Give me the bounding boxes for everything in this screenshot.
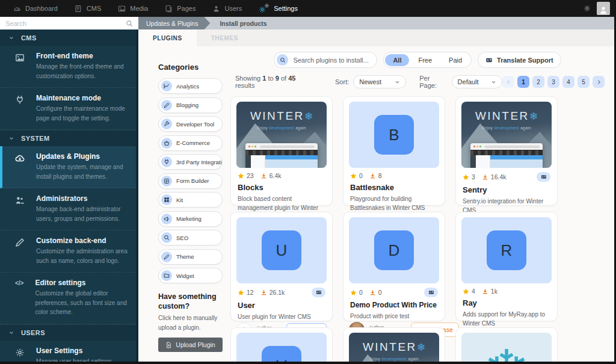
chevron-down-icon bbox=[8, 35, 14, 41]
sidebar-item-user-settings-1[interactable]: User Settings Manage user based settings… bbox=[0, 341, 138, 364]
pagination-page-1[interactable]: 1 bbox=[517, 76, 529, 88]
plugin-card-partial-banner[interactable]: WINTER❄ Enjoy development again bbox=[343, 327, 445, 364]
sidebar-section-cms[interactable]: CMS bbox=[0, 29, 138, 46]
category-developer-tool[interactable]: Developer Tool bbox=[158, 116, 223, 132]
plugin-card-battlesnake[interactable]: B 0 8 Battlesnake Playground for buildin… bbox=[343, 96, 445, 206]
download-count: 0 bbox=[378, 289, 382, 296]
cloud-download-icon bbox=[15, 153, 25, 181]
category-form-builder[interactable]: Form Builder bbox=[158, 173, 223, 189]
sidebar-item-updates-plugins[interactable]: Updates & Plugins Update the system, man… bbox=[0, 146, 138, 188]
custom-upload-panel: Have something custom? Click here to man… bbox=[158, 292, 223, 352]
sidebar-section-system[interactable]: SYSTEM bbox=[0, 130, 138, 146]
category-theme[interactable]: Theme bbox=[158, 249, 223, 265]
wrench-icon bbox=[161, 119, 172, 129]
plugin-description: User plugin for Winter CMS bbox=[238, 312, 325, 321]
nav-media[interactable]: Media bbox=[111, 0, 155, 17]
downloads-icon bbox=[260, 173, 267, 179]
nav-users[interactable]: Users bbox=[205, 0, 249, 17]
pagination-page-3[interactable]: 3 bbox=[547, 76, 559, 88]
nav-label: Users bbox=[224, 5, 242, 12]
nav-settings[interactable]: Settings bbox=[251, 0, 305, 17]
sidebar-search[interactable] bbox=[0, 17, 138, 29]
plugin-card-partial-v[interactable]: V bbox=[230, 327, 333, 364]
plugin-card-user[interactable]: U 12 26.1k User User plugin for Winter C… bbox=[230, 212, 333, 321]
pagination-page-4[interactable]: 4 bbox=[562, 76, 574, 88]
star-count: 4 bbox=[472, 288, 475, 295]
nav-label: Dashboard bbox=[25, 5, 58, 12]
category-marketing[interactable]: Marketing bbox=[158, 211, 223, 227]
winter-banner-image: WINTER❄ Enjoy development again bbox=[236, 102, 327, 168]
sort-select[interactable]: Newest bbox=[353, 75, 406, 88]
plugin-card-blocks[interactable]: WINTER❄ Enjoy development again 23 6.4k bbox=[230, 96, 333, 206]
filter-paid[interactable]: Paid bbox=[441, 54, 470, 66]
translate-badge bbox=[312, 288, 325, 297]
sidebar-item-maintenance-mode[interactable]: Maintenance mode Configure the maintenan… bbox=[0, 88, 138, 130]
nav-dashboard[interactable]: Dashboard bbox=[6, 0, 65, 17]
tab-plugins[interactable]: PLUGINS bbox=[138, 29, 197, 46]
sidebar-section-users-1[interactable]: USERS bbox=[0, 324, 138, 341]
star-icon bbox=[238, 173, 244, 179]
plug-icon bbox=[15, 95, 25, 123]
sidebar-item-administrators[interactable]: Administrators Manage back-end administr… bbox=[0, 188, 138, 230]
tab-bar: PLUGINS THEMES bbox=[138, 29, 616, 46]
downloads-icon bbox=[260, 289, 267, 296]
download-count: 8 bbox=[378, 172, 382, 179]
category-kit[interactable]: Kit bbox=[158, 192, 223, 208]
filter-free[interactable]: Free bbox=[410, 54, 440, 66]
sidebar-search-input[interactable] bbox=[5, 20, 122, 27]
search-icon bbox=[126, 20, 133, 27]
results-summary: Showing 1 to 9 of 45 results bbox=[235, 75, 313, 89]
plugin-title: Sentry bbox=[463, 185, 550, 194]
sidebar-item-customize-back-end[interactable]: Customize back-end Customize the adminis… bbox=[0, 230, 138, 273]
category-widget[interactable]: Widget bbox=[158, 268, 223, 283]
category-e-commerce[interactable]: E-Commerce bbox=[158, 135, 223, 151]
plugin-card-ray[interactable]: R 4 1k Ray Adds support for MyRay.app to… bbox=[455, 212, 558, 321]
plugin-card-sentry[interactable]: WINTER❄ Enjoy development again 3 16.4k bbox=[455, 96, 558, 206]
download-count: 6.4k bbox=[270, 172, 282, 179]
plugin-letter-image: D bbox=[349, 217, 439, 283]
chevron-down-icon bbox=[8, 330, 14, 336]
winter-banner-image: WINTER❄ Enjoy development again bbox=[461, 102, 552, 168]
per-page-select[interactable]: Default bbox=[452, 75, 502, 88]
star-count: 0 bbox=[359, 172, 363, 179]
pagination-next[interactable] bbox=[593, 76, 605, 88]
pagination-page-5[interactable]: 5 bbox=[578, 76, 590, 88]
plugin-card-demo-product[interactable]: D 0 0 Demo Product With Price Product wi… bbox=[343, 212, 445, 321]
upload-plugin-button[interactable]: Upload Plugin bbox=[158, 338, 223, 352]
pagination-page-2[interactable]: 2 bbox=[532, 76, 544, 88]
sort-group: Sort: Newest bbox=[335, 75, 406, 88]
preferences-gear-icon[interactable] bbox=[584, 5, 591, 12]
user-avatar[interactable] bbox=[597, 2, 610, 15]
people-icon bbox=[15, 196, 25, 223]
plugin-card-partial-snowflake[interactable]: ❄ bbox=[455, 327, 558, 364]
sidebar-item-front-end-theme[interactable]: Front-end theme Manage the front-end the… bbox=[0, 46, 138, 88]
sidebar-item-editor-settings[interactable]: </> Editor settings Customize the global… bbox=[0, 273, 138, 324]
results-row: Showing 1 to 9 of 45 results Sort: Newes… bbox=[235, 75, 605, 89]
plugin-title: Ray bbox=[463, 298, 550, 307]
window-edge-bottom bbox=[0, 362, 616, 364]
breadcrumb-updates-plugins[interactable]: Updates & Plugins bbox=[138, 17, 210, 29]
category-analytics[interactable]: Analytics bbox=[158, 78, 223, 94]
per-page-label: Per Page: bbox=[419, 75, 447, 89]
plugins-panel: All Free Paid Translate Support Showing … bbox=[223, 46, 616, 364]
downloads-icon bbox=[369, 289, 376, 296]
category-blogging[interactable]: Blogging bbox=[158, 97, 223, 113]
pagination-prev[interactable] bbox=[502, 76, 514, 88]
plug-icon bbox=[161, 156, 172, 167]
image-icon bbox=[15, 53, 25, 81]
category-3rd-party-integration[interactable]: 3rd Party Integration bbox=[158, 154, 223, 170]
plugin-title: User bbox=[238, 301, 325, 310]
downloads-icon bbox=[369, 173, 376, 179]
plugin-search[interactable] bbox=[274, 52, 377, 68]
translate-support-button[interactable]: Translate Support bbox=[478, 52, 561, 68]
filter-all[interactable]: All bbox=[385, 54, 409, 66]
plugin-letter-image: B bbox=[349, 102, 439, 168]
basket-icon bbox=[161, 138, 172, 149]
plugin-search-input[interactable] bbox=[293, 57, 374, 64]
tab-themes[interactable]: THEMES bbox=[197, 29, 253, 46]
nav-cms[interactable]: CMS bbox=[67, 0, 108, 17]
category-seo[interactable]: SEO bbox=[158, 230, 223, 245]
star-icon bbox=[463, 174, 469, 180]
folder-icon bbox=[161, 270, 172, 281]
nav-pages[interactable]: Pages bbox=[158, 0, 203, 17]
